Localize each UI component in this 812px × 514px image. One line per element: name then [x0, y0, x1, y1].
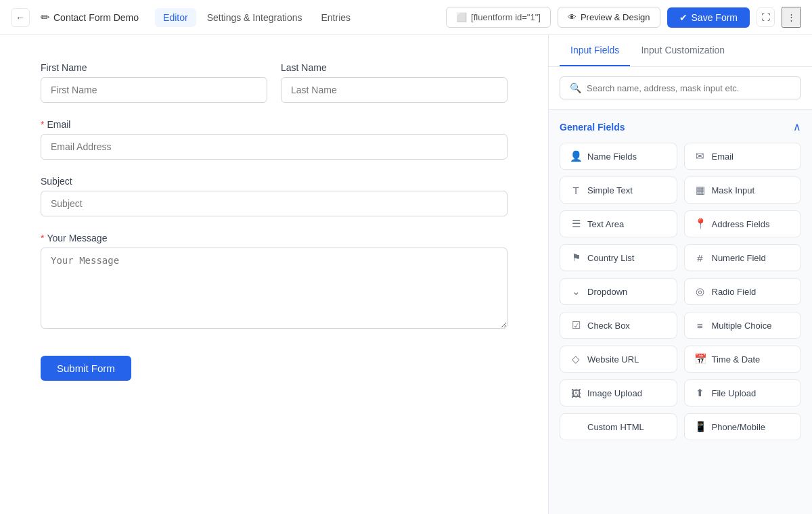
- save-button[interactable]: ✔ Save Form: [667, 7, 750, 28]
- form-title: Contact Form Demo: [53, 12, 139, 23]
- field-item-image-upload[interactable]: 🖼Image Upload: [560, 379, 677, 406]
- email-input[interactable]: [41, 134, 508, 160]
- save-icon: ✔: [679, 12, 687, 23]
- field-label: Check Box: [587, 321, 630, 331]
- name-row: First Name Last Name: [41, 62, 508, 103]
- field-label: File Upload: [712, 388, 757, 398]
- panel-tabs: Input Fields Input Customization: [549, 35, 812, 67]
- preview-label: Preview & Design: [581, 12, 650, 22]
- field-item-text-area[interactable]: ☰Text Area: [560, 210, 677, 237]
- field-label: Text Area: [587, 219, 624, 229]
- last-name-group: Last Name: [281, 62, 508, 103]
- form-area: First Name Last Name * Email Subject: [0, 35, 548, 514]
- field-icon: ▦: [694, 184, 706, 196]
- field-label: Address Fields: [712, 219, 770, 229]
- field-item-address-fields[interactable]: 📍Address Fields: [684, 210, 802, 237]
- message-required: *: [41, 233, 44, 243]
- shortcode-label: [fluentform id="1"]: [471, 12, 541, 22]
- field-label: Simple Text: [587, 185, 633, 195]
- subject-group: Subject: [41, 176, 508, 216]
- field-icon: ☰: [570, 218, 582, 230]
- topbar: ← ✏ Contact Form Demo Editor Settings & …: [0, 0, 812, 35]
- field-icon: 📅: [694, 353, 706, 365]
- fields-grid: 👤Name Fields✉EmailTSimple Text▦Mask Inpu…: [560, 143, 801, 440]
- preview-button[interactable]: 👁 Preview & Design: [558, 7, 660, 28]
- field-label: Radio Field: [712, 287, 757, 297]
- field-item-time-&-date[interactable]: 📅Time & Date: [684, 346, 802, 373]
- back-icon: ←: [16, 12, 25, 23]
- fullscreen-button[interactable]: ⛶: [757, 7, 775, 27]
- field-item-radio-field[interactable]: ◎Radio Field: [684, 278, 802, 305]
- field-label: Name Fields: [587, 151, 637, 162]
- field-icon: ⚑: [570, 252, 582, 264]
- field-label: Image Upload: [587, 388, 642, 398]
- last-name-input[interactable]: [281, 77, 508, 103]
- field-icon: 📍: [694, 218, 706, 230]
- panel-content: General Fields ∧ 👤Name Fields✉EmailTSimp…: [549, 110, 812, 514]
- field-label: Mask Input: [712, 185, 755, 195]
- field-label: Time & Date: [712, 354, 761, 365]
- field-icon: 🖼: [570, 388, 582, 399]
- section-toggle[interactable]: ∧: [793, 120, 801, 133]
- more-options-button[interactable]: ⋮: [782, 7, 801, 28]
- shortcode-icon: ⬜: [456, 12, 467, 22]
- field-label: Dropdown: [587, 287, 627, 297]
- field-item-numeric-field[interactable]: #Numeric Field: [684, 244, 802, 271]
- field-icon: 👤: [570, 150, 582, 162]
- field-item-file-upload[interactable]: ⬆File Upload: [684, 379, 802, 406]
- field-item-simple-text[interactable]: TSimple Text: [560, 177, 677, 204]
- submit-button[interactable]: Submit Form: [41, 356, 131, 381]
- search-input[interactable]: [587, 83, 791, 93]
- last-name-label: Last Name: [281, 62, 508, 73]
- field-item-multiple-choice[interactable]: ≡Multiple Choice: [684, 312, 802, 339]
- subject-input[interactable]: [41, 191, 508, 216]
- logo-icon: ✏: [41, 11, 49, 24]
- field-icon: T: [570, 185, 582, 196]
- section-title: General Fields: [560, 122, 625, 133]
- first-name-input[interactable]: [41, 77, 267, 103]
- right-panel: Input Fields Input Customization 🔍 Gener…: [548, 35, 812, 514]
- back-button[interactable]: ←: [11, 8, 30, 27]
- field-label: Website URL: [587, 354, 639, 365]
- field-item-country-list[interactable]: ⚑Country List: [560, 244, 677, 271]
- message-row: * Your Message: [41, 233, 508, 329]
- message-label: * Your Message: [41, 233, 508, 243]
- field-icon: ☑: [570, 319, 582, 331]
- field-item-dropdown[interactable]: ⌄Dropdown: [560, 278, 677, 305]
- fullscreen-icon: ⛶: [761, 12, 770, 22]
- field-item-phone/mobile[interactable]: 📱Phone/Mobile: [684, 413, 802, 440]
- topbar-nav: Editor Settings & Integrations Entries: [155, 8, 359, 27]
- nav-settings[interactable]: Settings & Integrations: [199, 8, 311, 27]
- field-icon: ◎: [694, 285, 706, 298]
- first-name-label: First Name: [41, 62, 267, 73]
- nav-editor[interactable]: Editor: [155, 8, 196, 27]
- dots-icon: ⋮: [787, 12, 796, 22]
- field-item-website-url[interactable]: ◇Website URL: [560, 346, 677, 373]
- field-item-mask-input[interactable]: ▦Mask Input: [684, 177, 802, 204]
- field-icon: ✉: [694, 150, 706, 162]
- app-logo: ✏ Contact Form Demo: [41, 11, 139, 24]
- subject-label: Subject: [41, 176, 508, 187]
- email-required: *: [41, 119, 44, 130]
- field-icon: ⬆: [694, 387, 706, 399]
- tab-input-fields[interactable]: Input Fields: [560, 35, 630, 66]
- field-label: Multiple Choice: [712, 321, 772, 331]
- first-name-group: First Name: [41, 62, 267, 103]
- topbar-actions: ⬜ [fluentform id="1"] 👁 Preview & Design…: [446, 7, 801, 28]
- email-label: * Email: [41, 119, 508, 130]
- field-label: Phone/Mobile: [712, 422, 766, 432]
- field-item-email[interactable]: ✉Email: [684, 143, 802, 170]
- field-item-name-fields[interactable]: 👤Name Fields: [560, 143, 677, 170]
- field-label: Numeric Field: [712, 253, 766, 263]
- nav-entries[interactable]: Entries: [313, 8, 359, 27]
- email-row: * Email: [41, 119, 508, 160]
- shortcode-button[interactable]: ⬜ [fluentform id="1"]: [446, 7, 551, 28]
- field-icon: ◇: [570, 353, 582, 365]
- tab-input-customization[interactable]: Input Customization: [630, 35, 736, 66]
- field-item-check-box[interactable]: ☑Check Box: [560, 312, 677, 339]
- subject-row: Subject: [41, 176, 508, 216]
- search-icon: 🔍: [570, 83, 581, 93]
- field-label: Custom HTML: [587, 422, 644, 432]
- field-item-custom-html[interactable]: Custom HTML: [560, 413, 677, 440]
- message-textarea[interactable]: [41, 248, 508, 329]
